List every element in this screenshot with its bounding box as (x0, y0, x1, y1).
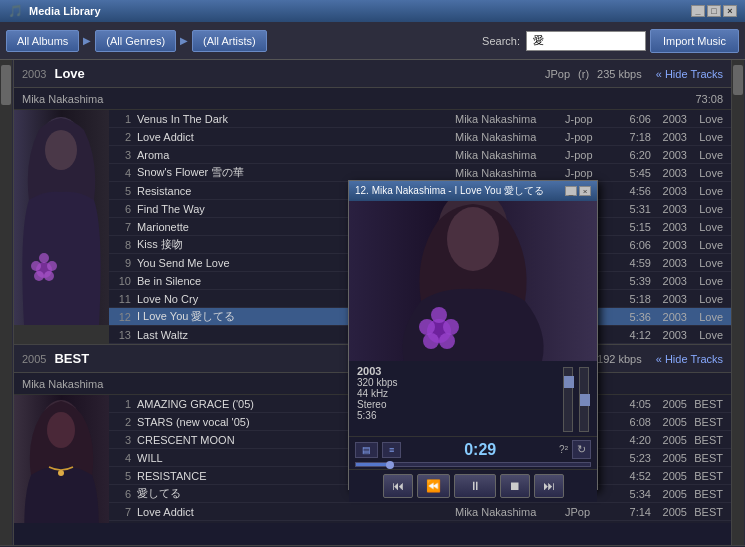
svg-point-8 (44, 271, 54, 281)
album-1-genre: JPop (545, 68, 570, 80)
transport-controls: ⏮ ⏪ ⏸ ⏹ ⏭ (349, 469, 597, 502)
album-2-year: 2005 (22, 353, 46, 365)
svg-point-18 (419, 319, 435, 335)
window-title: Media Library (29, 5, 101, 17)
track-genre: J-pop (565, 113, 615, 125)
right-scrollbar[interactable] (731, 60, 745, 545)
search-area: Search: (482, 31, 646, 51)
album-1-header: 2003 Love JPop (r) 235 kbps Hide Tracks (14, 60, 731, 88)
album-1-art (14, 110, 109, 344)
repeat-button[interactable]: ↻ (572, 440, 591, 459)
maximize-button[interactable]: □ (707, 5, 721, 17)
album-1-duration: 73:08 (695, 93, 723, 105)
svg-point-12 (58, 470, 64, 476)
track-row[interactable]: 3Aroma Mika NakashimaJ-pop 6:202003Love (109, 146, 731, 164)
player-khz: 44 kHz (357, 388, 563, 399)
player-year: 2003 (357, 365, 563, 377)
svg-point-20 (423, 333, 439, 349)
album-2-hide-tracks-button[interactable]: Hide Tracks (656, 353, 723, 365)
track-duration: 6:06 (615, 113, 651, 125)
title-bar-icon: 🎵 (8, 4, 23, 18)
album-2-art (14, 395, 109, 523)
track-row[interactable]: 7Love Addict Mika NakashimaJPop 7:142005… (109, 503, 731, 521)
svg-point-11 (47, 412, 75, 448)
album-1-rights: (r) (578, 68, 589, 80)
album-1-year: 2003 (22, 68, 46, 80)
unknown-indicator: ?² (559, 444, 568, 455)
player-controls-row-1: ▤ ≡ 0:29 ?² ↻ (349, 436, 597, 462)
left-scrollbar[interactable] (0, 60, 14, 545)
svg-point-17 (431, 307, 447, 323)
progress-fill (356, 463, 389, 466)
progress-bar-container (349, 462, 597, 469)
progress-thumb (386, 461, 394, 469)
album-1-bitrate: 235 kbps (597, 68, 642, 80)
album-2-artist: Mika Nakashima (22, 378, 103, 390)
toolbar: All Albums ▶ (All Genres) ▶ (All Artists… (0, 22, 745, 60)
all-artists-button[interactable]: (All Artists) (192, 30, 267, 52)
svg-point-19 (443, 319, 459, 335)
arrow-icon-1: ▶ (83, 35, 91, 46)
equalizer-button[interactable]: ▤ (355, 442, 378, 458)
player-art (349, 201, 597, 361)
svg-point-5 (31, 261, 41, 271)
svg-point-21 (439, 333, 455, 349)
album-1-title: Love (54, 66, 84, 81)
svg-point-4 (39, 253, 49, 263)
title-bar-buttons: _ □ × (691, 5, 737, 17)
player-title-text: 12. Mika Nakashima - I Love You 愛してる (355, 184, 563, 198)
player-title-bar: 12. Mika Nakashima - I Love You 愛してる _ × (349, 181, 597, 201)
track-row[interactable]: 8FIND THE WAY Mika NakashimaJPop 5:28200… (109, 521, 731, 523)
all-genres-button[interactable]: (All Genres) (95, 30, 176, 52)
svg-point-15 (447, 207, 499, 271)
album-1-artist: Mika Nakashima (22, 93, 103, 105)
progress-track[interactable] (355, 462, 591, 467)
player-stereo: Stereo (357, 399, 563, 410)
track-num: 1 (113, 113, 137, 125)
player-close-button[interactable]: × (579, 186, 591, 196)
volume-slider[interactable] (563, 367, 573, 432)
player-sliders (563, 365, 589, 432)
svg-point-2 (45, 130, 77, 170)
previous-button[interactable]: ⏮ (383, 474, 413, 498)
track-album: Love (687, 113, 727, 125)
rewind-button[interactable]: ⏪ (417, 474, 450, 498)
track-name: Venus In The Dark (137, 113, 455, 125)
all-albums-button[interactable]: All Albums (6, 30, 79, 52)
album-1-hide-tracks-button[interactable]: Hide Tracks (656, 68, 723, 80)
player-track-time: 5:36 (357, 410, 563, 421)
album-2-title: BEST (54, 351, 89, 366)
album-1-subheader: Mika Nakashima 73:08 (14, 88, 731, 110)
player-info-row: 2003 320 kbps 44 kHz Stereo 5:36 (349, 361, 597, 436)
search-label: Search: (482, 35, 520, 47)
track-row[interactable]: 2Love Addict Mika NakashimaJ-pop 7:18200… (109, 128, 731, 146)
title-bar: 🎵 Media Library _ □ × (0, 0, 745, 22)
minimize-button[interactable]: _ (691, 5, 705, 17)
play-pause-button[interactable]: ⏸ (454, 474, 496, 498)
track-row[interactable]: 1 Venus In The Dark Mika Nakashima J-pop… (109, 110, 731, 128)
close-button[interactable]: × (723, 5, 737, 17)
svg-point-7 (34, 271, 44, 281)
player-minimize-button[interactable]: _ (565, 186, 577, 196)
arrow-icon-2: ▶ (180, 35, 188, 46)
balance-slider[interactable] (579, 367, 589, 432)
current-time-display: 0:29 (405, 441, 555, 459)
track-artist: Mika Nakashima (455, 113, 565, 125)
search-input[interactable] (526, 31, 646, 51)
track-year: 2003 (651, 113, 687, 125)
stop-button[interactable]: ⏹ (500, 474, 530, 498)
player-popup: 12. Mika Nakashima - I Love You 愛してる _ × (348, 180, 598, 490)
svg-point-6 (47, 261, 57, 271)
player-meta: 2003 320 kbps 44 kHz Stereo 5:36 (357, 365, 563, 421)
import-music-button[interactable]: Import Music (650, 29, 739, 53)
fast-forward-button[interactable]: ⏭ (534, 474, 564, 498)
playlist-button[interactable]: ≡ (382, 442, 401, 458)
album-2-bitrate: 192 kbps (597, 353, 642, 365)
player-bitrate: 320 kbps (357, 377, 563, 388)
